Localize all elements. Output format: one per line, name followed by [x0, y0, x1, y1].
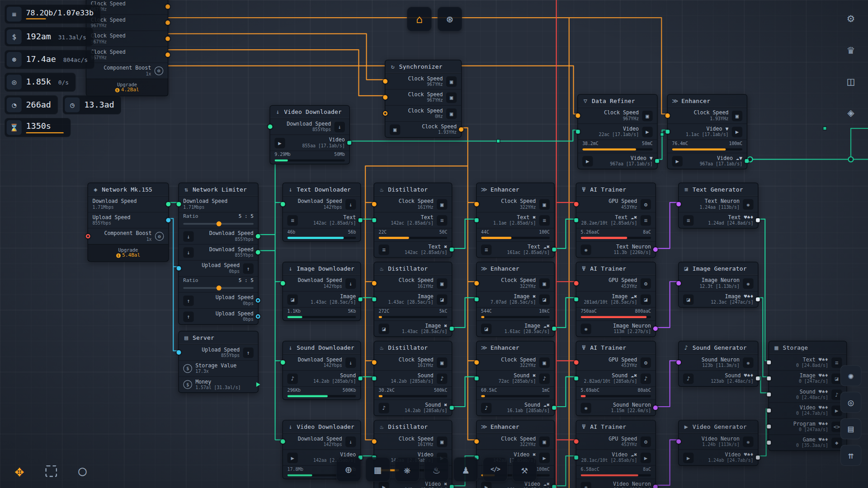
node-image-downloader[interactable]: ↓Image DownloaderDownload Speed142Ybps↓◪…: [282, 262, 361, 321]
node-data-refiner[interactable]: ▽Data RefinerClock Speed967YHz▣Video22ac…: [577, 94, 658, 169]
node-ai-trainer-video[interactable]: ΨAI TrainerGPU Speed453YHz⚙Video ☁✖28.1a…: [576, 420, 656, 488]
node-distillator-sound[interactable]: ♨DistillatorClock Speed161YHz▣Sound14.2a…: [374, 341, 453, 416]
port-left[interactable]: [372, 439, 377, 444]
port-left[interactable]: [177, 350, 181, 355]
port-left[interactable]: [574, 439, 579, 444]
port-left[interactable]: [281, 281, 285, 286]
book-button[interactable]: ◫: [841, 72, 860, 91]
node-distillator-image[interactable]: ♨DistillatorClock Speed161YHz▣Image1.43a…: [374, 262, 453, 337]
toolbar-codetag-button[interactable]: </>: [483, 457, 508, 482]
port-left[interactable]: [574, 281, 579, 286]
port-left[interactable]: [767, 441, 771, 445]
port-right[interactable]: [552, 406, 556, 410]
port-right[interactable]: [165, 20, 170, 25]
node-text-downloader[interactable]: ↓Text DownloaderDownload Speed142Ybps↓≡T…: [282, 183, 361, 242]
port-right[interactable]: [166, 218, 170, 222]
port-right[interactable]: [552, 248, 556, 252]
port-left[interactable]: [676, 439, 681, 444]
port-right[interactable]: [450, 406, 454, 410]
port-right[interactable]: [256, 382, 260, 387]
toolbar-chipbig-button[interactable]: ▦: [365, 457, 390, 482]
port-left[interactable]: [676, 281, 681, 286]
port-left[interactable]: [475, 297, 479, 301]
port-left[interactable]: [665, 113, 670, 118]
node-enhancer-image[interactable]: ≫EnhancerClock Speed322YHz▣Image ✖7.07ad…: [476, 262, 555, 337]
node-text-generator[interactable]: ≡Text GeneratorText Neuron1.24aa [113b/s…: [678, 183, 759, 229]
port-left[interactable]: [767, 408, 771, 413]
gear-button[interactable]: ⚙: [841, 9, 860, 28]
port-right[interactable]: [165, 5, 170, 9]
move-tool[interactable]: ✥: [11, 463, 28, 479]
node-ai-trainer-text[interactable]: ΨAI TrainerGPU Speed453YHz⚙Text ☁✖28.2ae…: [576, 183, 656, 258]
port-right[interactable]: [450, 485, 454, 488]
port-right[interactable]: [756, 455, 760, 460]
port-right[interactable]: [653, 485, 658, 488]
aperture-button[interactable]: ✺: [840, 365, 862, 386]
node-video-generator[interactable]: ▶Video GeneratorVideo Neuron1.24b [113k/…: [678, 420, 759, 466]
port-right[interactable]: [165, 37, 170, 41]
target-button[interactable]: ◎: [840, 392, 862, 413]
port-left[interactable]: [574, 218, 578, 222]
port-left[interactable]: [665, 130, 670, 134]
port-left[interactable]: [574, 376, 578, 380]
port-left[interactable]: [474, 360, 479, 365]
game-canvas[interactable]: ≡78.2Qb/1.07e33b$192am31.3al/s⊛17.4ae804…: [0, 0, 868, 488]
node-enhancer-sound[interactable]: ≫EnhancerClock Speed322YHz▣Sound ✖72ac […: [476, 341, 555, 416]
port-right[interactable]: [165, 52, 170, 57]
port-right[interactable]: [756, 218, 760, 222]
port-left[interactable]: [676, 202, 681, 206]
port-left[interactable]: [372, 360, 377, 365]
port-right[interactable]: [450, 327, 454, 331]
node-distillator-text[interactable]: ♨DistillatorClock Speed161YHz▣Text142ac …: [374, 183, 453, 258]
port-left[interactable]: [767, 393, 771, 397]
trophy-button[interactable]: ♛: [841, 40, 860, 59]
port-left[interactable]: [383, 79, 387, 84]
port-left[interactable]: [767, 361, 771, 365]
port-left[interactable]: [767, 376, 771, 380]
port-left[interactable]: [372, 218, 376, 222]
port-left[interactable]: [474, 281, 479, 286]
port-right[interactable]: [166, 202, 170, 206]
port-left[interactable]: [281, 360, 285, 365]
ratio-knob[interactable]: [216, 286, 221, 291]
node-server[interactable]: ▤ServerUpload Speed855Ybps↑$Storage Valu…: [178, 331, 259, 393]
port-left[interactable]: [475, 218, 479, 222]
node-synchronizer[interactable]: ↻SynchronizerClock Speed967YHz▣Clock Spe…: [385, 60, 462, 138]
port-right[interactable]: [653, 247, 658, 252]
port-right[interactable]: [347, 141, 351, 145]
port-left[interactable]: [574, 455, 578, 460]
port-right[interactable]: [653, 406, 658, 410]
port-left[interactable]: [177, 266, 181, 271]
node-sound-downloader[interactable]: ↓Sound DownloaderDownload Speed142Ybps↓♪…: [282, 341, 361, 400]
port-right[interactable]: [359, 218, 363, 222]
port-left[interactable]: [281, 202, 285, 206]
port-left[interactable]: [372, 376, 376, 380]
port-right[interactable]: [756, 376, 760, 380]
node-network-limiter[interactable]: ⇅Network LimiterDownload Speed1.71MbpsRa…: [178, 183, 259, 325]
port-left[interactable]: [383, 111, 387, 116]
toolbar-globe-button[interactable]: ⊕: [336, 457, 361, 482]
servers-button[interactable]: ▤: [840, 418, 862, 440]
port-left[interactable]: [383, 95, 387, 100]
port-right[interactable]: [655, 159, 659, 163]
node-enhancer-video-top[interactable]: ≫EnhancerClock Speed1.93YHz▣Video ▼1.1ac…: [667, 94, 748, 169]
node-image-generator[interactable]: ◪Image GeneratorImage Neuron12.3t [1.13b…: [678, 262, 759, 308]
node-sound-generator[interactable]: ♪Sound GeneratorSound Neuron123b [11.3m/…: [678, 341, 759, 387]
port-left[interactable]: [372, 297, 376, 301]
port-left[interactable]: [676, 360, 681, 365]
toolbar-alembic-button[interactable]: ♨: [424, 457, 449, 482]
port-left[interactable]: [372, 202, 377, 206]
home-button[interactable]: ⌂: [407, 7, 432, 32]
port-right[interactable]: [552, 485, 556, 488]
port-left[interactable]: [86, 234, 90, 239]
toolbar-person-button[interactable]: ♟: [453, 457, 478, 482]
toolbar-tools-button[interactable]: ⚒: [512, 457, 537, 482]
port-left[interactable]: [574, 360, 579, 365]
port-left[interactable]: [576, 113, 580, 118]
marquee-select-tool[interactable]: [42, 463, 59, 479]
port-left[interactable]: [475, 376, 479, 380]
node-network-mk155[interactable]: ◈Network Mk.155Download Speed1.71MbpsUpl…: [87, 183, 169, 262]
upgrade-button[interactable]: Upgrade$5.4Bal: [88, 244, 169, 261]
port-right[interactable]: [756, 297, 760, 301]
ratio-knob[interactable]: [216, 221, 221, 226]
